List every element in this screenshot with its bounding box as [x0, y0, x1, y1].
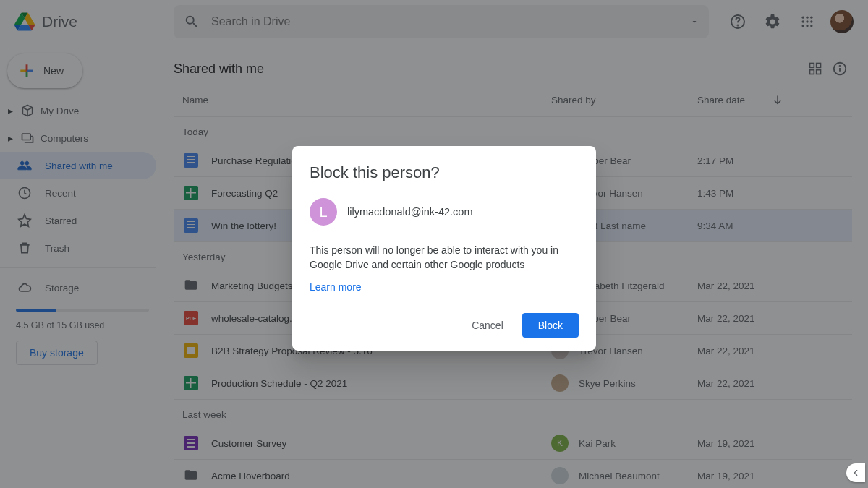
modal-email: lilymacdonald@ink-42.com	[347, 206, 472, 218]
side-panel-toggle[interactable]	[846, 463, 865, 482]
chevron-left-icon	[851, 468, 861, 478]
modal-avatar: L	[310, 198, 337, 226]
modal-person-row: L lilymacdonald@ink-42.com	[310, 198, 579, 226]
block-confirm-button[interactable]: Block	[522, 313, 579, 338]
block-person-modal: Block this person? L lilymacdonald@ink-4…	[292, 146, 596, 351]
cancel-button[interactable]: Cancel	[459, 313, 516, 338]
learn-more-link[interactable]: Learn more	[310, 281, 579, 293]
modal-description: This person will no longer be able to in…	[310, 243, 579, 273]
modal-title: Block this person?	[310, 163, 579, 182]
